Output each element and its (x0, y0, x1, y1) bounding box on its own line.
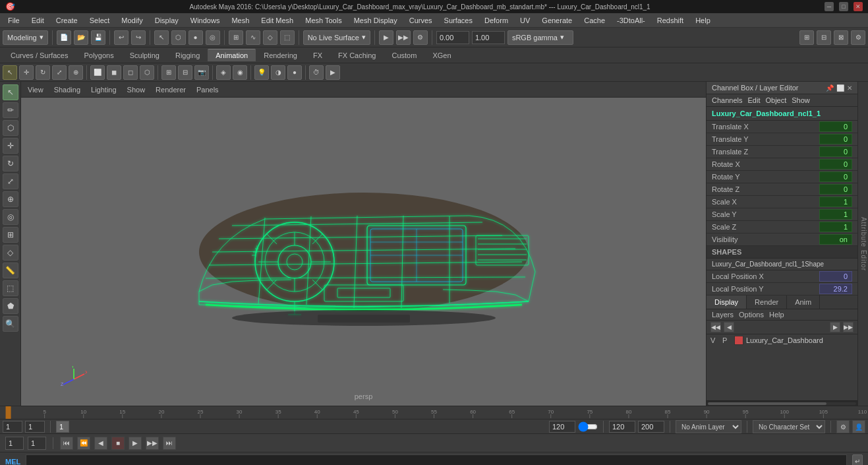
redo-button[interactable]: ↪ (131, 30, 146, 45)
menu-surfaces[interactable]: Surfaces (439, 15, 478, 26)
range-end-input[interactable] (549, 421, 575, 433)
soft-select-button[interactable]: ◎ (206, 30, 220, 45)
ch-local-pos-y[interactable]: Local Position Y 29.2 (707, 283, 857, 295)
menu-redshift[interactable]: Redshift (652, 15, 689, 26)
ch-translate-z[interactable]: Translate Z 0 (707, 146, 857, 158)
tab-anim[interactable]: Anim (787, 295, 820, 309)
anim-end-input[interactable] (609, 421, 635, 433)
lasso-button[interactable]: ⬡ (171, 30, 186, 45)
pb-current-field[interactable] (28, 437, 46, 450)
layer-item[interactable]: V P Luxury_Car_Dashboard (707, 334, 857, 346)
pb-prev[interactable]: ◀ (94, 437, 107, 450)
menu-3dtoall[interactable]: -3DtoAll- (612, 15, 651, 26)
pb-stop[interactable]: ■ (111, 437, 125, 450)
icon-shadows[interactable]: ◑ (271, 65, 285, 80)
ch-scale-x[interactable]: Scale X 1 (707, 196, 857, 208)
pb-play[interactable]: ▶ (129, 437, 142, 450)
vp-menu-view[interactable]: View (25, 84, 46, 95)
ch-menu-show[interactable]: Show (792, 96, 810, 104)
menu-generate[interactable]: Generate (536, 15, 577, 26)
anim-layer-select[interactable]: No Anim Layer (676, 420, 741, 433)
icon-playblast[interactable]: ▶ (326, 65, 340, 80)
anim-prefs-button[interactable]: ⚙ (836, 420, 850, 433)
anim-extra-button[interactable]: 👤 (852, 420, 865, 433)
panel-button[interactable]: ⊠ (834, 30, 848, 45)
menu-deform[interactable]: Deform (479, 15, 513, 26)
minimize-button[interactable]: ─ (825, 2, 834, 11)
char-set-select[interactable]: No Character Set (753, 420, 825, 433)
save-file-button[interactable]: 💾 (91, 30, 105, 45)
ch-translate-y[interactable]: Translate Y 0 (707, 133, 857, 146)
tab-fx[interactable]: FX (305, 49, 330, 61)
ch-menu-edit[interactable]: Edit (747, 96, 760, 104)
ch-scale-z[interactable]: Scale Z 1 (707, 221, 857, 233)
layer-nav-prev[interactable]: ◀◀ (710, 322, 721, 332)
ch-rotate-y[interactable]: Rotate Y 0 (707, 171, 857, 183)
layout-button[interactable]: ⊟ (817, 30, 831, 45)
value-input-1[interactable] (436, 31, 469, 44)
ch-visibility[interactable]: Visibility on (707, 233, 857, 246)
icon-heads-up[interactable]: ⊟ (178, 65, 192, 80)
snap-grid-button[interactable]: ⊞ (229, 30, 243, 45)
icon-select-tool[interactable]: ↖ (3, 65, 17, 80)
icon-universal-tool[interactable]: ⊕ (69, 65, 83, 80)
timeline-ruler[interactable]: 5 10 15 20 25 30 35 40 45 50 55 60 65 70… (0, 406, 868, 419)
icon-wireframe[interactable]: ⬜ (90, 65, 105, 80)
ch-rotate-x[interactable]: Rotate X 0 (707, 158, 857, 171)
icon-flat-shade[interactable]: ◻ (123, 65, 138, 80)
vp-menu-show[interactable]: Show (125, 84, 148, 95)
lt-scale[interactable]: ⤢ (3, 173, 18, 189)
icon-grid[interactable]: ⊞ (161, 65, 176, 80)
icon-bounding-box[interactable]: ⬡ (140, 65, 154, 80)
menu-display[interactable]: Display (150, 15, 184, 26)
ch-scale-y[interactable]: Scale Y 1 (707, 208, 857, 221)
channelbox-scrollbar[interactable] (707, 400, 857, 406)
lt-select[interactable]: ↖ (3, 84, 18, 100)
ch-close-button[interactable]: ✕ (847, 84, 852, 92)
layer-nav-next[interactable]: ▶▶ (843, 322, 854, 332)
menu-file[interactable]: File (3, 15, 25, 26)
mode-dropdown[interactable]: Modeling ▾ (3, 30, 48, 45)
current-frame-input[interactable] (25, 421, 45, 433)
snap-surface-button[interactable]: ⬚ (280, 30, 295, 45)
lt-universal[interactable]: ⊕ (3, 191, 18, 207)
select-button[interactable]: ↖ (154, 30, 169, 45)
menu-create[interactable]: Create (51, 15, 83, 26)
menu-select[interactable]: Select (84, 15, 115, 26)
lt-snap[interactable]: ◇ (3, 245, 18, 261)
lt-sculpt[interactable]: ⬚ (3, 280, 18, 296)
icon-scale-tool[interactable]: ⤢ (52, 65, 67, 80)
vp-menu-shading[interactable]: Shading (51, 84, 83, 95)
tab-animation[interactable]: Animation (208, 49, 256, 61)
tab-fx-caching[interactable]: FX Caching (330, 49, 384, 61)
ch-local-pos-x[interactable]: Local Position X 0 (707, 270, 857, 283)
maximize-button[interactable]: □ (839, 2, 848, 11)
icon-move-tool[interactable]: ✛ (19, 65, 34, 80)
viewport-canvas[interactable]: persp X Y Z (21, 98, 706, 406)
menu-mesh-tools[interactable]: Mesh Tools (300, 15, 347, 26)
snap-point-button[interactable]: ◇ (263, 30, 277, 45)
icon-resolve[interactable]: ◉ (233, 65, 247, 80)
ch-pin-button[interactable]: 📌 (826, 84, 834, 92)
icon-rotate-tool[interactable]: ↻ (36, 65, 50, 80)
ps-options[interactable]: Options (739, 311, 764, 319)
layer-nav-left[interactable]: ◀ (724, 322, 734, 332)
value-input-2[interactable] (472, 31, 505, 44)
tab-polygons[interactable]: Polygons (76, 49, 121, 61)
pb-next[interactable]: ▶▶ (146, 437, 159, 450)
ch-float-button[interactable]: ⬜ (836, 84, 844, 92)
icon-lights[interactable]: 💡 (254, 65, 269, 80)
render-button[interactable]: ▶ (379, 30, 393, 45)
ch-menu-object[interactable]: Object (765, 96, 786, 104)
live-surface-dropdown[interactable]: No Live Surface ▾ (303, 30, 370, 45)
tab-rigging[interactable]: Rigging (167, 49, 208, 61)
cmd-submit-button[interactable]: ↵ (852, 454, 863, 466)
lt-zoom[interactable]: 🔍 (3, 316, 18, 332)
lt-measure[interactable]: 📏 (3, 263, 18, 278)
display-options-button[interactable]: ⊞ (799, 30, 814, 45)
new-file-button[interactable]: 📄 (57, 30, 71, 45)
tab-custom[interactable]: Custom (384, 49, 425, 61)
icon-camera[interactable]: 📷 (194, 65, 209, 80)
ch-rotate-z[interactable]: Rotate Z 0 (707, 183, 857, 196)
layer-color-swatch[interactable] (734, 336, 743, 345)
